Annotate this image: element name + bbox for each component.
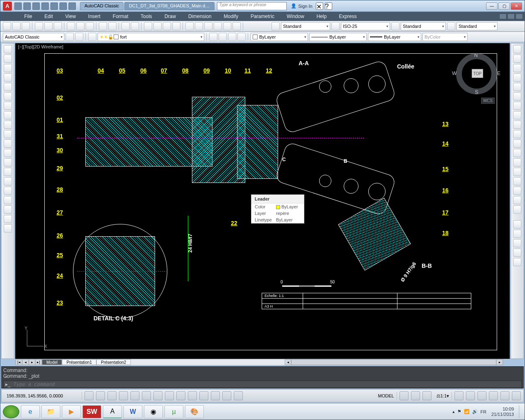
tab-first-icon[interactable]: |◂ [16, 359, 22, 365]
tray-expand-icon[interactable]: ▴ [452, 409, 455, 414]
make-block-icon[interactable] [4, 158, 12, 167]
open-icon[interactable] [12, 22, 21, 30]
join-icon[interactable] [513, 168, 521, 176]
help-search-input[interactable]: Type a keyword or phrase [217, 2, 287, 10]
stretch-icon[interactable] [513, 121, 521, 129]
viewport-label[interactable]: [−][Top][2D Wireframe] [18, 44, 63, 49]
toolbar-lock-icon[interactable] [477, 391, 486, 400]
rectangle-icon[interactable] [4, 83, 12, 91]
insert-block-icon[interactable] [4, 149, 12, 157]
quickview-drawings-icon[interactable] [411, 391, 420, 400]
lineweight-combo[interactable]: ByLayer [368, 33, 421, 41]
annoscale-lock-icon[interactable] [422, 391, 431, 400]
coords-readout[interactable]: 198.3939, 145.9566, 0.0000 [4, 392, 82, 400]
polyline-icon[interactable] [4, 64, 12, 72]
markup-icon[interactable] [223, 22, 231, 30]
erase-icon[interactable] [513, 45, 521, 53]
menu-modify[interactable]: Modify [221, 13, 242, 20]
snap-toggle[interactable] [84, 391, 94, 400]
ortho-toggle[interactable] [107, 391, 116, 400]
3dosnap-toggle[interactable] [142, 391, 151, 400]
publish-icon[interactable] [54, 22, 62, 30]
hardware-accel-icon[interactable] [489, 391, 498, 400]
sheetset-icon[interactable] [214, 22, 222, 30]
show-desktop-button[interactable] [519, 405, 522, 418]
menu-express[interactable]: Express [336, 13, 360, 20]
ellipse-icon[interactable] [4, 130, 12, 138]
menu-draw[interactable]: Draw [161, 13, 179, 20]
taskbar-paint-icon[interactable]: 🎨 [185, 405, 204, 418]
menu-file[interactable]: File [21, 13, 35, 20]
annotation-scale[interactable]: ⚖1:1▾ [434, 392, 452, 400]
tray-flag-icon[interactable]: ⚑ [457, 409, 461, 414]
qat-save-icon[interactable] [32, 2, 40, 10]
gradient-icon[interactable] [4, 187, 12, 195]
qat-open-icon[interactable] [23, 2, 31, 10]
plot-icon[interactable] [35, 22, 43, 30]
ellipse-arc-icon[interactable] [4, 139, 12, 148]
construction-line-icon[interactable] [4, 55, 12, 63]
app-menu-button[interactable]: A [3, 2, 12, 11]
hscroll-track[interactable] [291, 359, 496, 365]
zoom-window-icon[interactable] [163, 22, 171, 30]
dimstyle-icon[interactable] [331, 22, 340, 30]
taskbar-utorrent-icon[interactable]: µ [164, 405, 183, 418]
qat-redo-icon[interactable] [68, 2, 76, 10]
polygon-icon[interactable] [4, 73, 12, 82]
tab-last-icon[interactable]: ▸| [35, 359, 42, 365]
menu-edit[interactable]: Edit [41, 13, 56, 20]
addselected-icon[interactable] [4, 224, 12, 233]
tray-lang[interactable]: FR [480, 409, 486, 414]
taskbar-explorer-icon[interactable]: 📁 [41, 405, 60, 418]
tpy-toggle[interactable] [199, 391, 208, 400]
wcs-label[interactable]: WCS [481, 98, 495, 104]
model-paper-toggle[interactable]: MODEL [376, 392, 397, 400]
qat-new-icon[interactable] [14, 2, 22, 10]
tray-volume-icon[interactable]: 🔊 [472, 409, 478, 414]
qat-undo-icon[interactable] [59, 2, 67, 10]
layer-freeze-icon[interactable] [219, 33, 227, 41]
scale-icon[interactable] [513, 111, 521, 119]
undo-icon[interactable] [121, 22, 130, 30]
ducs-toggle[interactable] [165, 391, 174, 400]
move-icon[interactable] [513, 92, 521, 100]
osnap-toggle[interactable] [130, 391, 139, 400]
toolpalettes-icon[interactable] [204, 22, 212, 30]
command-line[interactable]: Command: Command: _plot × ▸_ [1, 366, 524, 388]
mdi-minimize-icon[interactable] [499, 14, 507, 19]
layer-properties-icon[interactable] [88, 33, 96, 41]
new-icon[interactable] [3, 22, 11, 30]
minimize-button[interactable]: — [486, 2, 498, 10]
tablestyle-combo[interactable]: Standard [401, 22, 446, 30]
otrack-toggle[interactable] [153, 391, 162, 400]
drawing-area[interactable]: [−][Top][2D Wireframe] A-A Collée B-B DE… [15, 43, 510, 359]
hscroll-right-icon[interactable]: ▸ [496, 359, 503, 365]
extend-icon[interactable] [513, 139, 521, 148]
workspace-combo[interactable]: AutoCAD Classic [3, 33, 64, 41]
zoom-previous-icon[interactable] [172, 22, 180, 30]
plot-preview-icon[interactable] [44, 22, 52, 30]
lwt-toggle[interactable] [188, 391, 197, 400]
tablestyle-icon[interactable] [391, 22, 399, 30]
save-icon[interactable] [22, 22, 30, 30]
qp-toggle[interactable] [211, 391, 220, 400]
plotstyle-combo[interactable]: ByColor [422, 33, 468, 41]
dyn-toggle[interactable] [176, 391, 185, 400]
layout-tab-model[interactable]: Model [42, 359, 62, 365]
mleaderstyle-icon[interactable] [447, 22, 455, 30]
taskbar-ie-icon[interactable]: e [21, 405, 40, 418]
revcloud-icon[interactable] [4, 111, 12, 119]
exchange-icon[interactable]: ✕ [316, 2, 323, 10]
isolate-objects-icon[interactable] [500, 391, 509, 400]
quickview-layouts-icon[interactable] [399, 391, 409, 400]
trim-icon[interactable] [513, 130, 521, 138]
workspace-tab[interactable]: AutoCAD Classic [80, 2, 123, 10]
tray-network-icon[interactable]: 📶 [464, 409, 470, 414]
mirror-icon[interactable] [513, 64, 521, 72]
taskbar-solidworks-icon[interactable]: SW [82, 405, 101, 418]
mleaderstyle-combo[interactable]: Standard [457, 22, 498, 30]
point-icon[interactable] [4, 168, 12, 176]
grid-toggle[interactable] [96, 391, 105, 400]
menu-view[interactable]: View [62, 13, 79, 20]
menu-parametric[interactable]: Parametric [247, 13, 278, 20]
